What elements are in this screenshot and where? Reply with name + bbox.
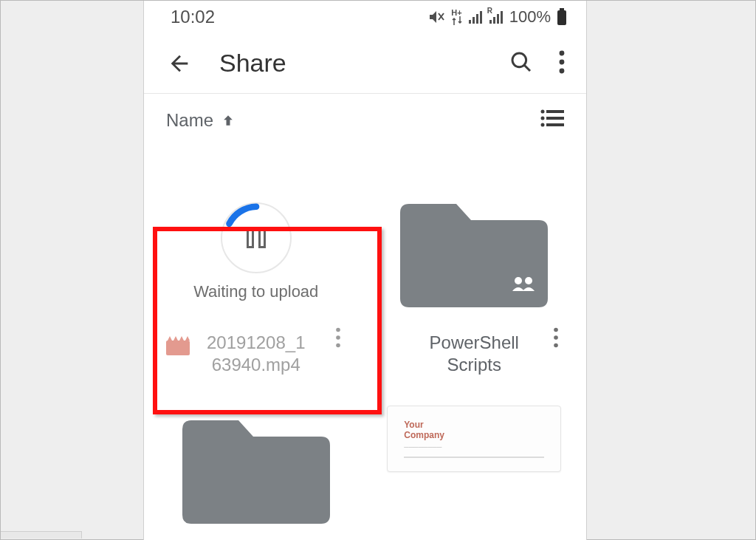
svg-rect-5 [480, 11, 482, 24]
svg-rect-11 [557, 10, 566, 25]
more-vert-icon [335, 327, 341, 348]
phone-viewport: 10:02 H+ [143, 1, 587, 540]
upload-progress[interactable] [221, 202, 292, 273]
file-grid: Waiting to upload 20191208_1 63940.mp4 [144, 147, 586, 487]
more-vert-icon [558, 50, 566, 74]
list-view-icon [540, 109, 564, 128]
shared-folder-icon [393, 189, 555, 315]
file-item-menu-button[interactable] [327, 323, 349, 352]
svg-point-12 [512, 53, 526, 67]
more-vert-icon [553, 327, 559, 348]
folder-icon [175, 406, 337, 531]
svg-point-29 [554, 328, 558, 332]
svg-point-28 [525, 277, 532, 284]
search-icon [509, 50, 533, 74]
status-time: 10:02 [171, 7, 215, 27]
status-battery-text: 100% [509, 7, 551, 27]
sort-button[interactable]: Name [166, 110, 236, 131]
doc-line-2: Company [404, 430, 544, 440]
doc-line-3: ──────── [404, 443, 544, 451]
doc-line-1: Your [404, 420, 544, 430]
overflow-menu-button[interactable] [558, 50, 566, 77]
svg-rect-8 [497, 14, 499, 24]
svg-line-13 [524, 65, 530, 71]
sort-label: Name [166, 110, 213, 131]
svg-point-26 [336, 344, 340, 348]
video-file-icon [166, 336, 190, 355]
outer-frame: 10:02 H+ [0, 0, 756, 540]
svg-point-30 [554, 335, 558, 340]
arrow-up-icon [221, 113, 236, 128]
svg-point-15 [560, 59, 565, 64]
status-hplus: H+ [451, 9, 461, 16]
folder-item-powershell[interactable]: PowerShell Scripts [380, 177, 569, 376]
svg-point-16 [560, 68, 565, 73]
folder-name: PowerShell Scripts [430, 332, 519, 376]
svg-rect-22 [546, 123, 564, 126]
svg-rect-10 [560, 8, 564, 10]
file-name: 20191208_1 63940.mp4 [207, 332, 305, 376]
file-item-document-partial[interactable]: Your Company ──────── [380, 406, 569, 487]
upload-status-text: Waiting to upload [193, 282, 318, 301]
svg-point-27 [515, 277, 522, 284]
svg-point-21 [541, 123, 545, 127]
svg-point-19 [541, 117, 545, 120]
mute-icon [427, 8, 445, 26]
svg-rect-7 [493, 17, 495, 24]
svg-point-14 [560, 50, 565, 55]
svg-rect-3 [472, 17, 475, 24]
app-bar: Share [144, 33, 586, 94]
svg-rect-23 [166, 341, 190, 355]
back-button[interactable] [160, 51, 199, 76]
svg-rect-6 [489, 20, 492, 24]
status-bar: 10:02 H+ [144, 1, 586, 33]
sort-row: Name [144, 94, 586, 147]
data-arrows-icon [452, 16, 462, 25]
page-title: Share [219, 49, 509, 78]
svg-point-17 [541, 110, 545, 114]
arrow-left-icon [167, 51, 192, 76]
svg-rect-9 [501, 11, 503, 24]
folder-item-partial[interactable] [162, 406, 351, 487]
battery-icon [557, 8, 567, 26]
window-chrome-artifact [1, 531, 82, 539]
svg-rect-2 [469, 20, 471, 24]
folder-item-menu-button[interactable] [545, 323, 567, 352]
document-thumbnail: Your Company ──────── [387, 406, 561, 472]
svg-rect-20 [546, 117, 564, 120]
search-button[interactable] [509, 50, 533, 77]
svg-point-25 [336, 335, 340, 340]
file-item-uploading[interactable]: Waiting to upload 20191208_1 63940.mp4 [162, 177, 351, 376]
svg-point-24 [336, 328, 340, 332]
status-indicators: H+ R [427, 7, 567, 27]
progress-arc-icon [221, 202, 292, 273]
signal-icon-1 [468, 10, 483, 24]
status-roaming: R [487, 7, 492, 15]
svg-rect-4 [476, 14, 478, 24]
svg-point-31 [554, 344, 558, 348]
svg-rect-18 [546, 110, 564, 113]
view-toggle-button[interactable] [540, 109, 564, 132]
